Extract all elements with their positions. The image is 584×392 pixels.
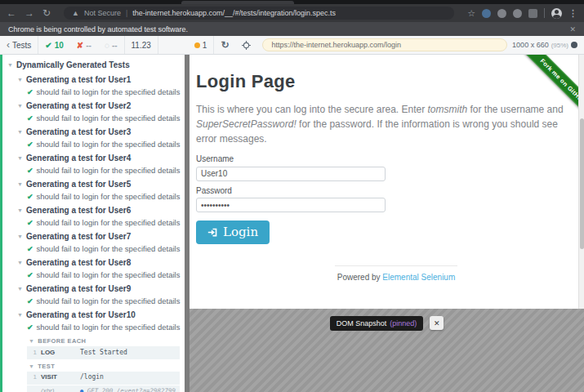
- debugger-badge[interactable]: 1: [188, 36, 214, 54]
- back-icon[interactable]: ←: [7, 8, 16, 18]
- password-field[interactable]: [196, 198, 386, 212]
- description-text: for the username and: [467, 104, 563, 115]
- test-body-header[interactable]: ▼ TEST: [27, 360, 180, 372]
- selector-playground-button[interactable]: [235, 36, 257, 54]
- browser-tab[interactable]: [181, 1, 294, 4]
- cypress-toolbar: ‹ Tests ✔ 10 ✘ -- ◌ -- 11.23 1 ↻ https:/…: [0, 36, 584, 55]
- toolbar-divider: [544, 8, 545, 18]
- crosshair-icon: [242, 41, 251, 50]
- log-row-xhr[interactable]: (xhr) ● GET 200 /event?a=2982799967&d=29…: [27, 385, 180, 392]
- test-assertion-label: should fail to login for the specified d…: [37, 166, 181, 175]
- test-assertion-label: should fail to login for the specified d…: [37, 323, 181, 332]
- automation-notice: Chrome is being controlled by automated …: [8, 25, 188, 33]
- test-assertion[interactable]: ✔should fail to login for the specified …: [2, 269, 185, 281]
- test-assertion-label: should fail to login for the specified d…: [37, 270, 181, 279]
- caret-down-icon: ▼: [29, 363, 34, 369]
- login-button[interactable]: Login: [196, 220, 270, 244]
- test-group[interactable]: ▼Generating a test for User6: [2, 203, 185, 216]
- profile-avatar[interactable]: [551, 8, 562, 19]
- page-description: This is where you can log into the secur…: [196, 102, 571, 146]
- test-group[interactable]: ▼Generating a test for User5: [2, 176, 185, 190]
- test-group[interactable]: ▼Generating a test for User4: [2, 150, 185, 164]
- viewport-size: 1000 x 660: [512, 41, 549, 49]
- back-to-tests-button[interactable]: ‹ Tests: [0, 36, 38, 54]
- bookmark-star-icon[interactable]: ☆: [467, 8, 475, 19]
- test-assertion[interactable]: ✔should fail to login for the specified …: [2, 112, 185, 124]
- test-assertion[interactable]: ✔should fail to login for the specified …: [2, 190, 185, 203]
- passed-check-icon: ✔: [45, 41, 51, 50]
- restart-tests-button[interactable]: ↻: [214, 36, 235, 54]
- log-row-visit[interactable]: 1 VISIT /login: [27, 372, 180, 385]
- extension-icon-2[interactable]: [497, 9, 506, 18]
- test-group[interactable]: ▼Generating a test for User7: [2, 229, 185, 243]
- test-assertion[interactable]: ✔should fail to login for the specified …: [2, 86, 185, 98]
- suite-row[interactable]: ▼ Dynamically Generated Tests: [2, 58, 185, 72]
- test-assertion[interactable]: ✔should fail to login for the specified …: [2, 243, 185, 255]
- log-row-log[interactable]: 1 LOG Test Started: [27, 346, 180, 359]
- test-assertion[interactable]: ✔should fail to login for the specified …: [2, 295, 185, 307]
- test-reporter[interactable]: ▼ Dynamically Generated Tests ▼Generatin…: [0, 55, 185, 392]
- test-assertion-label: should fail to login for the specified d…: [37, 192, 181, 201]
- browser-reload-icon[interactable]: ↻: [42, 8, 51, 18]
- before-each-header[interactable]: ▼ BEFORE EACH: [27, 335, 180, 346]
- test-assertion-label: should fail to login for the specified d…: [37, 87, 181, 96]
- caret-down-icon: ▼: [7, 62, 13, 68]
- automation-infobar: Chrome is being controlled by automated …: [0, 22, 584, 36]
- extension-icon-1[interactable]: [482, 9, 491, 18]
- browser-toolbar: ← → ↻ ▲ Not Secure | the-internet.heroku…: [0, 4, 584, 22]
- viewport-info-icon: [571, 42, 577, 48]
- test-assertion-label: should fail to login for the specified d…: [37, 244, 181, 253]
- passed-check-icon: ✔: [27, 297, 33, 305]
- viewport-info[interactable]: 1000 x 660 (95%): [512, 41, 584, 49]
- passed-check-icon: ✔: [27, 219, 33, 227]
- test-assertion[interactable]: ✔should fail to login for the specified …: [2, 164, 185, 176]
- extension-icon-3[interactable]: [513, 9, 522, 18]
- snapshot-backdrop: DOM Snapshot (pinned) ✕: [189, 309, 584, 392]
- username-field[interactable]: [196, 167, 386, 181]
- forward-icon[interactable]: →: [25, 8, 34, 18]
- caret-down-icon: ▼: [17, 234, 23, 239]
- test-group[interactable]: ▼Generating a test for User1: [2, 72, 185, 86]
- test-assertion[interactable]: ✔should fail to login for the specified …: [2, 216, 185, 229]
- page-title: Login Page: [196, 71, 571, 92]
- username-hint: tomsmith: [427, 104, 467, 115]
- command-message: Test Started: [80, 349, 177, 358]
- passed-check-icon: ✔: [27, 271, 33, 279]
- back-to-tests-label: Tests: [12, 41, 31, 50]
- passed-check-icon: ✔: [27, 140, 33, 149]
- restart-icon: ↻: [221, 39, 229, 51]
- aut-url-bar[interactable]: https://the-internet.herokuapp.com/login: [262, 38, 507, 51]
- pending-circle-icon: ◌: [105, 41, 109, 50]
- test-group[interactable]: ▼Generating a test for User2: [2, 98, 185, 112]
- test-group[interactable]: ▼Generating a test for User10: [2, 307, 185, 321]
- test-assertion-label: should fail to login for the specified d…: [37, 218, 181, 227]
- caret-down-icon: ▼: [17, 77, 23, 82]
- elemental-selenium-link[interactable]: Elemental Selenium: [382, 273, 455, 282]
- test-group-title: Generating a test for User9: [26, 284, 131, 293]
- passed-check-icon: ✔: [27, 88, 33, 96]
- aut-frame: Login Page This is where you can log int…: [189, 55, 584, 309]
- address-bar[interactable]: ▲ Not Secure | the-internet.herokuapp.co…: [64, 7, 454, 20]
- sign-in-icon: [207, 227, 218, 238]
- test-assertion[interactable]: ✔should fail to login for the specified …: [2, 321, 185, 333]
- extension-icon-4[interactable]: [528, 9, 537, 18]
- passed-stat: ✔ 10: [38, 36, 70, 54]
- aut-scrollbar[interactable]: [578, 55, 584, 309]
- chevron-left-icon: ‹: [7, 39, 10, 51]
- caret-down-icon: ▼: [17, 207, 23, 213]
- test-group[interactable]: ▼Generating a test for User3: [2, 124, 185, 138]
- username-label: Username: [196, 154, 571, 163]
- aut-scrollbar-thumb[interactable]: [580, 118, 584, 249]
- snapshot-pill: DOM Snapshot (pinned): [330, 316, 424, 331]
- command-name: VISIT: [41, 373, 80, 382]
- browser-menu-icon[interactable]: ⋮: [568, 8, 577, 19]
- test-assertion-label: should fail to login for the specified d…: [37, 296, 181, 305]
- xhr-message: ● GET 200 /event?a=2982799967&d=29827999…: [80, 387, 177, 392]
- test-assertion[interactable]: ✔should fail to login for the specified …: [2, 138, 185, 150]
- infobar-close-icon[interactable]: ✕: [569, 25, 576, 33]
- test-assertion-label: should fail to login for the specified d…: [37, 114, 181, 122]
- test-group[interactable]: ▼Generating a test for User8: [2, 255, 185, 269]
- command-message: /login: [80, 373, 177, 382]
- snapshot-close-button[interactable]: ✕: [430, 316, 444, 330]
- test-group[interactable]: ▼Generating a test for User9: [2, 281, 185, 295]
